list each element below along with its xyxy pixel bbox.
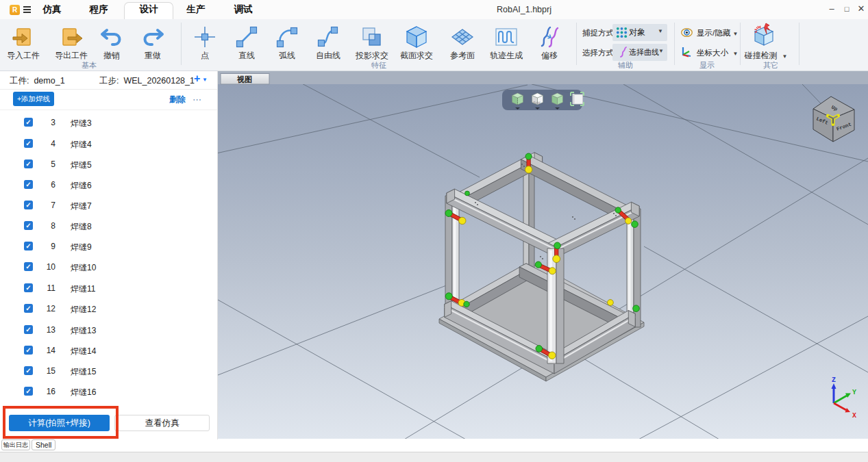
svg-text:视图: 视图 (236, 75, 252, 84)
svg-text:Z: Z (832, 376, 836, 384)
svg-text:X: X (852, 412, 856, 420)
svg-text:Solid: Solid (534, 101, 541, 105)
svg-text:Y: Y (852, 389, 856, 396)
